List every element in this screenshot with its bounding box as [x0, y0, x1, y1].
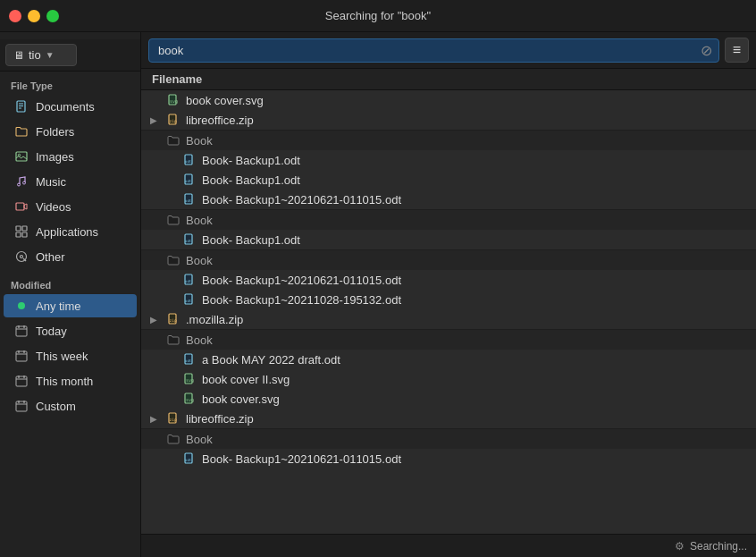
- minimize-button[interactable]: [28, 10, 40, 22]
- file-name-label: Book- Backup1.odt: [202, 154, 300, 167]
- svg-rect-12: [22, 232, 27, 237]
- zip-file-icon: zip: [166, 411, 181, 426]
- svg-rect-20: [16, 351, 27, 361]
- today-icon: [14, 324, 29, 338]
- svg-rect-24: [16, 376, 27, 386]
- clear-search-button[interactable]: ⊘: [701, 42, 712, 59]
- expand-arrow-icon[interactable]: ▶: [150, 315, 161, 325]
- folder-icon: [14, 124, 29, 139]
- gear-icon: ⚙: [675, 540, 685, 553]
- svg-rect-16: [16, 326, 27, 336]
- list-item[interactable]: svg book cover II.svg: [141, 369, 756, 389]
- file-name-label: Book- Backup1.odt: [202, 233, 300, 247]
- search-bar: ⊘ ≡: [141, 32, 756, 69]
- expand-arrow-icon[interactable]: ▶: [150, 414, 161, 424]
- anytime-icon: [14, 299, 29, 313]
- list-item[interactable]: ▶ zip libreoffice.zip: [141, 110, 756, 130]
- file-name-label: .mozilla.zip: [186, 313, 243, 326]
- sidebar-item-images[interactable]: Images: [4, 145, 137, 168]
- list-item[interactable]: ▶ zip libreoffice.zip: [141, 409, 756, 428]
- list-item[interactable]: odt Book- Backup1.odt: [141, 150, 756, 170]
- expand-arrow-icon[interactable]: ▶: [150, 115, 161, 125]
- list-item[interactable]: odt Book- Backup1.odt: [141, 230, 756, 249]
- sidebar-item-applications-label: Applications: [36, 225, 98, 239]
- list-item[interactable]: odt Book- Backup1~20210621-011015.odt: [141, 270, 756, 290]
- sidebar-item-anytime-label: Any time: [36, 300, 81, 313]
- svg-text:odt: odt: [185, 359, 192, 363]
- sidebar-item-thismonth[interactable]: This month: [4, 369, 137, 392]
- svg-rect-10: [22, 226, 27, 231]
- list-item[interactable]: odt Book- Backup1~20210621-011015.odt: [141, 190, 756, 209]
- svg-rect-9: [16, 226, 21, 231]
- sidebar-item-today-label: Today: [36, 325, 67, 338]
- file-name-label: libreoffice.zip: [186, 114, 254, 127]
- file-name-label: book cover II.svg: [202, 373, 290, 386]
- dropdown-arrow-icon: ▼: [46, 50, 55, 60]
- image-icon: [14, 149, 29, 164]
- sidebar-item-thisweek[interactable]: This week: [4, 344, 137, 367]
- video-icon: [14, 199, 29, 214]
- file-name-label: Book- Backup1~20210621-011015.odt: [202, 452, 401, 466]
- file-name-label: book cover.svg: [186, 94, 264, 107]
- folder-icon: [166, 333, 181, 347]
- odt-file-icon: odt: [182, 192, 197, 207]
- maximize-button[interactable]: [46, 10, 59, 22]
- list-item[interactable]: Book: [141, 329, 756, 350]
- modified-section-label: Modified: [0, 274, 140, 293]
- folder-icon: [166, 253, 181, 267]
- svg-text:odt: odt: [185, 198, 192, 203]
- sidebar-item-documents[interactable]: Documents: [4, 95, 137, 118]
- sidebar-item-folders[interactable]: Folders: [4, 120, 137, 143]
- file-name-label: Book- Backup1.odt: [202, 173, 300, 187]
- svg-text:odt: odt: [185, 458, 192, 462]
- list-item[interactable]: Book: [141, 209, 756, 230]
- list-item[interactable]: ▶ zip .mozilla.zip: [141, 309, 756, 329]
- list-item[interactable]: Book: [141, 130, 756, 150]
- sidebar-item-documents-label: Documents: [36, 100, 95, 114]
- svg-rect-28: [16, 401, 27, 411]
- sidebar-item-applications[interactable]: Applications: [4, 220, 137, 243]
- list-item[interactable]: odt a Book MAY 2022 draft.odt: [141, 350, 756, 369]
- sidebar-item-videos[interactable]: Videos: [4, 195, 137, 218]
- list-item[interactable]: Book: [141, 428, 756, 449]
- folder-icon: [166, 133, 181, 148]
- list-item[interactable]: odt Book- Backup1~20210621-011015.odt: [141, 449, 756, 468]
- sidebar-item-custom[interactable]: Custom: [4, 394, 137, 418]
- zip-file-icon: zip: [166, 113, 181, 127]
- music-icon: [14, 174, 29, 189]
- odt-file-icon: odt: [182, 452, 197, 466]
- file-list-container[interactable]: svg book cover.svg ▶ zip libreoffice.zip: [141, 90, 756, 534]
- sidebar-item-music-label: Music: [36, 175, 66, 189]
- folder-name-label: Book: [186, 254, 213, 267]
- svg-rect-8: [16, 203, 24, 210]
- applications-icon: [14, 224, 29, 239]
- search-input[interactable]: [148, 38, 719, 63]
- list-item[interactable]: Book: [141, 249, 756, 270]
- svg-point-14: [21, 256, 23, 258]
- sidebar-item-today[interactable]: Today: [4, 319, 137, 342]
- list-item[interactable]: odt Book- Backup1~20211028-195132.odt: [141, 290, 756, 309]
- custom-icon: [14, 399, 29, 413]
- folder-name-label: Book: [186, 214, 213, 227]
- svg-file-icon: svg: [182, 392, 197, 406]
- sidebar-item-anytime[interactable]: Any time: [4, 294, 137, 317]
- folder-name-label: Book: [186, 333, 213, 347]
- document-icon: [14, 99, 29, 114]
- menu-button[interactable]: ≡: [725, 38, 749, 63]
- location-dropdown[interactable]: 🖥 tio ▼: [5, 44, 77, 66]
- close-button[interactable]: [9, 10, 21, 22]
- list-item[interactable]: svg book cover.svg: [141, 389, 756, 409]
- list-item[interactable]: odt Book- Backup1.odt: [141, 170, 756, 190]
- odt-file-icon: odt: [182, 173, 197, 187]
- odt-file-icon: odt: [182, 153, 197, 167]
- odt-file-icon: odt: [182, 232, 197, 247]
- sidebar-item-music[interactable]: Music: [4, 170, 137, 193]
- sidebar-item-other[interactable]: Other: [4, 245, 137, 268]
- svg-rect-11: [16, 232, 21, 237]
- svg-file-icon: svg: [166, 93, 181, 107]
- list-item[interactable]: svg book cover.svg: [141, 90, 756, 110]
- file-name-label: book cover.svg: [202, 392, 280, 406]
- other-icon: [14, 249, 29, 264]
- sidebar-item-folders-label: Folders: [36, 125, 74, 139]
- search-input-wrapper: ⊘: [148, 38, 719, 63]
